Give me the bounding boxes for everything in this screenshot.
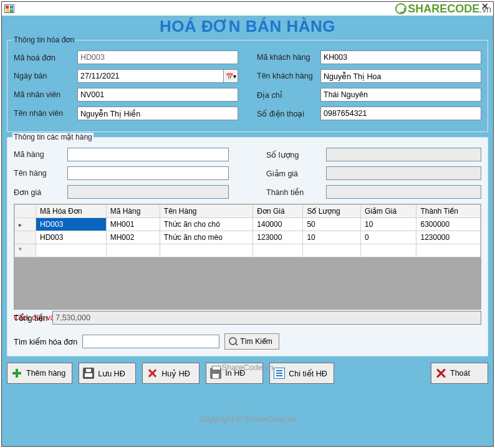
print-invoice-button-label: In HĐ [225, 369, 245, 378]
employee-id-label: Mã nhân viên [14, 90, 74, 99]
winforms-app-icon [4, 4, 14, 13]
qty-label: Số lượng [266, 150, 322, 160]
sale-date-input[interactable] [77, 69, 223, 83]
grid-new-row-icon[interactable] [15, 244, 36, 257]
customer-id-input[interactable] [320, 50, 481, 64]
grid-new-row[interactable] [15, 244, 481, 257]
grid-header-name[interactable]: Tên Hàng [160, 205, 252, 218]
print-icon [210, 368, 221, 379]
sale-date-label: Ngày bán [14, 72, 74, 80]
grid-cell[interactable]: 6300000 [416, 218, 481, 231]
address-label: Địa chỉ [257, 90, 317, 100]
search-button-label: Tìm Kiếm [240, 337, 272, 346]
grid-cell[interactable]: Thức ăn cho mèo [160, 231, 252, 244]
grid-cell[interactable]: MH001 [106, 218, 160, 231]
grid-header-discount[interactable]: Giảm Giá [361, 205, 416, 218]
page-title: HOÁ ĐƠN BÁN HÀNG [7, 17, 488, 36]
save-invoice-button[interactable]: Lưu HĐ [79, 363, 136, 384]
unit-price-input[interactable] [67, 185, 229, 199]
cancel-invoice-button[interactable]: Huỷ HĐ [142, 363, 199, 384]
grid-cell[interactable]: 0 [361, 231, 416, 244]
sharecode-watermark-logo: SHARECODE.vn [395, 2, 491, 16]
item-id-label: Mã hàng [14, 150, 64, 159]
item-name-input[interactable] [67, 166, 229, 180]
grid-header-row: Mã Hóa Đơn Mã Hàng Tên Hàng Đơn Giá Số L… [15, 205, 481, 218]
add-item-button[interactable]: Thêm hàng [7, 363, 72, 384]
customer-name-input[interactable] [320, 69, 481, 83]
grid-row-selector-icon[interactable] [15, 218, 36, 231]
items-info-group: Thông tin các mặt hàng Mã hàng Số lượng … [7, 137, 488, 356]
calendar-icon: 📅▾ [226, 73, 236, 80]
grid-cell[interactable]: 140000 [253, 218, 303, 231]
grid-header-invoice[interactable]: Mã Hóa Đơn [36, 205, 107, 218]
search-invoice-input[interactable] [82, 335, 219, 348]
customer-name-label: Tên khách hàng [257, 72, 317, 80]
detail-icon [274, 368, 285, 379]
grid-header-price[interactable]: Đơn Giá [253, 205, 303, 218]
grid-header-item[interactable]: Mã Hàng [106, 205, 160, 218]
grid-cell[interactable]: 10 [303, 231, 361, 244]
cancel-icon [147, 368, 158, 379]
phone-input[interactable] [320, 107, 481, 120]
grid-row-header-blank [15, 205, 36, 218]
employee-name-label: Tên nhân viên [14, 109, 74, 118]
line-total-input[interactable] [326, 185, 481, 199]
grid-cell[interactable]: 50 [303, 218, 361, 231]
sale-date-picker-button[interactable]: 📅▾ [223, 69, 238, 83]
print-invoice-button[interactable]: In HĐ [206, 363, 263, 384]
invoice-detail-button-label: Chi tiết HĐ [289, 369, 327, 378]
grid-cell[interactable]: 123000 [253, 231, 303, 244]
grid-cell[interactable]: 10 [361, 218, 416, 231]
grid-cell[interactable]: MH002 [106, 231, 160, 244]
invoice-id-label: Mã hoá đơn [14, 53, 74, 62]
add-item-button-label: Thêm hàng [26, 369, 65, 378]
search-icon [229, 337, 238, 346]
close-icon [435, 368, 446, 379]
customer-id-label: Mã khách hàng [257, 53, 317, 62]
recycle-icon [395, 3, 406, 14]
invoice-detail-button[interactable]: Chi tiết HĐ [269, 363, 334, 384]
action-toolbar: Thêm hàng Lưu HĐ Huỷ HĐ In HĐ Chi tiết H… [7, 363, 488, 384]
search-button[interactable]: Tìm Kiếm [224, 333, 279, 350]
grid-row[interactable]: HD003 MH002 Thức ăn cho mèo 123000 10 0 … [15, 231, 481, 244]
item-id-input[interactable] [67, 148, 229, 161]
plus-icon [11, 368, 22, 379]
window-close-x-icon[interactable]: ✕ [481, 1, 489, 11]
address-input[interactable] [320, 88, 481, 102]
grand-total-label: Tổng tiền [14, 313, 47, 323]
save-invoice-button-label: Lưu HĐ [98, 369, 125, 378]
exit-button-label: Thoát [450, 369, 470, 378]
item-name-label: Tên hàng [14, 169, 64, 178]
line-total-label: Thành tiền [266, 188, 322, 197]
grid-header-total[interactable]: Thành Tiền [416, 205, 481, 218]
grid-cell[interactable]: HD003 [36, 231, 107, 244]
cancel-invoice-button-label: Huỷ HĐ [161, 369, 190, 378]
unit-price-label: Đơn giá [14, 188, 64, 197]
employee-id-input[interactable] [77, 88, 238, 102]
items-grid[interactable]: Mã Hóa Đơn Mã Hàng Tên Hàng Đơn Giá Số L… [14, 204, 481, 310]
grid-cell[interactable]: HD003 [36, 218, 107, 231]
grid-row-selector[interactable] [15, 231, 36, 244]
employee-name-input[interactable] [77, 107, 238, 120]
discount-input[interactable] [326, 166, 481, 180]
invoice-info-legend: Thông tin hóa đơn [12, 36, 75, 44]
phone-label: Số điện thoại [257, 109, 317, 118]
grid-row[interactable]: HD003 MH001 Thức ăn cho chó 140000 50 10… [15, 218, 481, 231]
grand-total-output [52, 311, 481, 325]
grid-cell[interactable]: Thức ăn cho chó [160, 218, 252, 231]
grid-cell[interactable]: 1230000 [416, 231, 481, 244]
app-window: HOÁ ĐƠN BÁN HÀNG Thông tin hóa đơn Mã ho… [1, 1, 494, 447]
qty-input[interactable] [326, 148, 481, 161]
search-invoice-label: Tìm kiếm hóa đơn [14, 337, 77, 346]
save-icon [83, 368, 94, 379]
exit-button[interactable]: Thoát [431, 363, 488, 384]
invoice-id-input[interactable] [77, 50, 238, 64]
items-info-legend: Thông tin các mặt hàng [12, 133, 94, 141]
invoice-info-group: Thông tin hóa đơn Mã hoá đơn Mã khách hà… [7, 40, 488, 132]
discount-label: Giảm giá [266, 169, 322, 178]
grid-header-qty[interactable]: Số Lượng [303, 205, 361, 218]
